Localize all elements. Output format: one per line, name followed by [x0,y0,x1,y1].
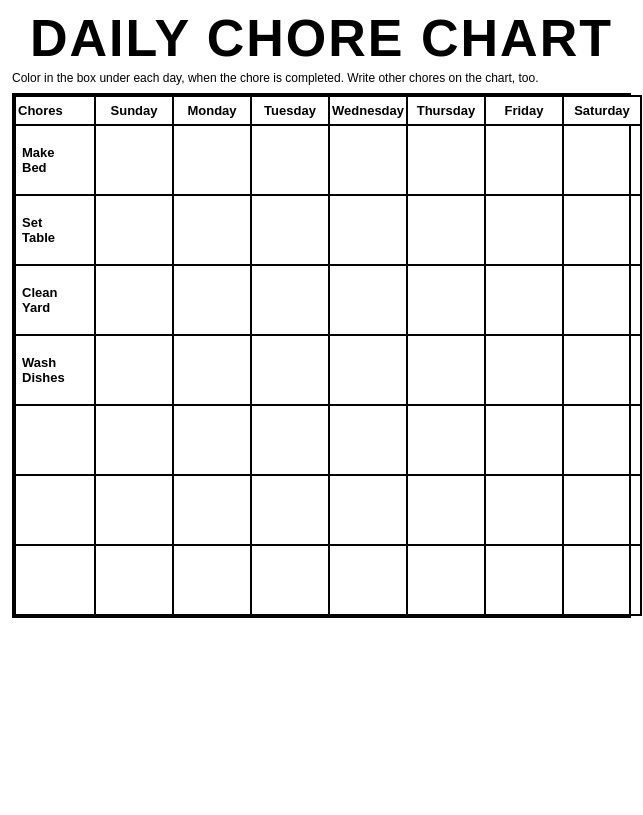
chore-label-set-table: SetTable [15,195,95,265]
clean-yard-thursday [407,265,485,335]
chore-row-clean-yard: CleanYard [15,265,641,335]
header-monday: Monday [173,96,251,125]
wash-dishes-saturday [563,335,641,405]
empty-2-thursday [407,475,485,545]
chore-row-wash-dishes: WashDishes [15,335,641,405]
clean-yard-monday [173,265,251,335]
empty-2-monday [173,475,251,545]
set-table-sunday [95,195,173,265]
clean-yard-friday [485,265,563,335]
clean-yard-wednesday [329,265,407,335]
make-bed-saturday [563,125,641,195]
set-table-tuesday [251,195,329,265]
chore-chart: Chores Sunday Monday Tuesday Wednesday T… [12,93,631,618]
empty-1-saturday [563,405,641,475]
empty-1-monday [173,405,251,475]
chore-label-wash-dishes: WashDishes [15,335,95,405]
empty-3-sunday [95,545,173,615]
make-bed-wednesday [329,125,407,195]
wash-dishes-monday [173,335,251,405]
empty-1-sunday [95,405,173,475]
clean-yard-tuesday [251,265,329,335]
header-chores: Chores [15,96,95,125]
empty-row-3 [15,545,641,615]
empty-3-saturday [563,545,641,615]
wash-dishes-thursday [407,335,485,405]
empty-1-wednesday [329,405,407,475]
empty-3-wednesday [329,545,407,615]
page-title: DAILY CHORE CHART [12,10,631,67]
header-thursday: Thursday [407,96,485,125]
empty-2-sunday [95,475,173,545]
make-bed-thursday [407,125,485,195]
chore-row-set-table: SetTable [15,195,641,265]
header-wednesday: Wednesday [329,96,407,125]
empty-3-tuesday [251,545,329,615]
header-row: Chores Sunday Monday Tuesday Wednesday T… [15,96,641,125]
header-saturday: Saturday [563,96,641,125]
empty-2-saturday [563,475,641,545]
wash-dishes-tuesday [251,335,329,405]
empty-label-3 [15,545,95,615]
clean-yard-sunday [95,265,173,335]
header-tuesday: Tuesday [251,96,329,125]
empty-row-1 [15,405,641,475]
header-sunday: Sunday [95,96,173,125]
empty-3-monday [173,545,251,615]
set-table-wednesday [329,195,407,265]
empty-row-2 [15,475,641,545]
set-table-thursday [407,195,485,265]
wash-dishes-wednesday [329,335,407,405]
empty-3-friday [485,545,563,615]
empty-2-friday [485,475,563,545]
empty-1-thursday [407,405,485,475]
empty-2-tuesday [251,475,329,545]
empty-label-2 [15,475,95,545]
empty-3-thursday [407,545,485,615]
header-friday: Friday [485,96,563,125]
empty-1-tuesday [251,405,329,475]
empty-label-1 [15,405,95,475]
set-table-monday [173,195,251,265]
empty-2-wednesday [329,475,407,545]
make-bed-monday [173,125,251,195]
chore-row-make-bed: MakeBed [15,125,641,195]
clean-yard-saturday [563,265,641,335]
set-table-saturday [563,195,641,265]
set-table-friday [485,195,563,265]
make-bed-friday [485,125,563,195]
empty-1-friday [485,405,563,475]
wash-dishes-friday [485,335,563,405]
chore-label-make-bed: MakeBed [15,125,95,195]
make-bed-tuesday [251,125,329,195]
subtitle: Color in the box under each day, when th… [12,71,631,85]
wash-dishes-sunday [95,335,173,405]
chore-label-clean-yard: CleanYard [15,265,95,335]
make-bed-sunday [95,125,173,195]
